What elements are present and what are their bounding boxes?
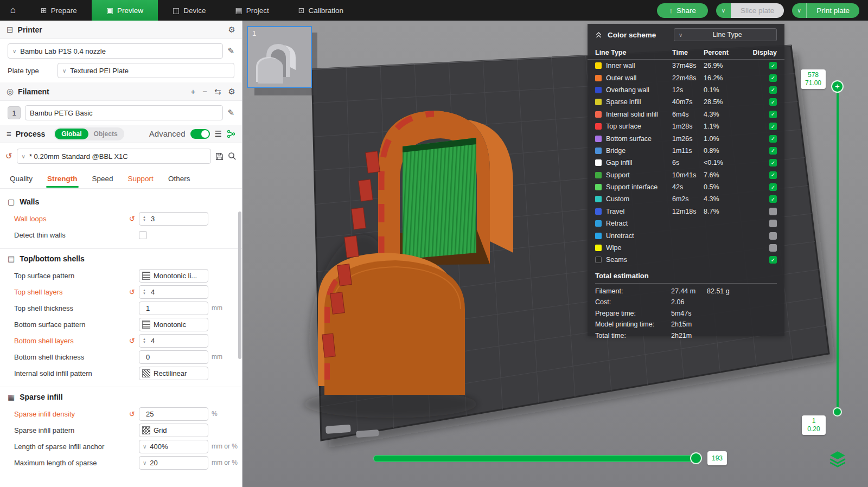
display-checkbox[interactable] xyxy=(769,220,777,227)
tab-device[interactable]: ◫Device xyxy=(158,0,221,21)
layer-slider-bottom-handle[interactable] xyxy=(833,407,842,416)
sidebar-scrollbar[interactable] xyxy=(238,212,241,359)
setting-value: Monotonic li... xyxy=(150,272,197,280)
home-button[interactable]: ⌂ xyxy=(0,0,26,21)
display-checkbox[interactable]: ✓ xyxy=(769,147,777,155)
line-type-name: Gap infill xyxy=(606,159,672,166)
top-shell-layers-spinner[interactable]: ▴▾4 xyxy=(139,285,208,299)
add-layer-marker-button[interactable]: + xyxy=(831,80,844,93)
layers-stack-icon[interactable] xyxy=(828,449,847,471)
print-plate-main-button[interactable]: Print plate xyxy=(807,3,859,18)
tab-project[interactable]: ▤Project xyxy=(221,0,284,21)
filament-slot-badge[interactable]: 1 xyxy=(8,106,21,119)
legend-row: Bridge1m11s0.8%✓ xyxy=(588,145,784,157)
plate-thumbnail[interactable]: 1 xyxy=(247,26,312,88)
setting-row: Sparse infill patternGrid xyxy=(0,422,242,438)
bottom-surface-pattern-select[interactable]: Monotonic xyxy=(139,318,208,331)
reset-icon[interactable]: ↺ xyxy=(129,215,139,223)
save-preset-icon[interactable] xyxy=(215,152,224,161)
wall-loops-spinner[interactable]: ▴▾3 xyxy=(139,212,208,226)
display-checkbox[interactable]: ✓ xyxy=(769,123,777,130)
display-checkbox[interactable]: ✓ xyxy=(769,135,777,143)
setting-label: Internal solid infill pattern xyxy=(14,369,129,377)
display-checkbox[interactable]: ✓ xyxy=(769,111,777,118)
printer-settings-gear-icon[interactable]: ⚙ xyxy=(228,25,235,35)
line-type-percent: 26.9% xyxy=(704,62,743,69)
reset-process-icon[interactable]: ↺ xyxy=(5,151,12,161)
objects-tree-icon[interactable] xyxy=(227,130,235,138)
sparse-infill-density-input[interactable]: 25 xyxy=(139,407,208,421)
add-filament-icon[interactable]: + xyxy=(190,87,195,96)
printer-preset-select[interactable]: ∨ Bambu Lab P1S 0.4 nozzle xyxy=(8,43,223,59)
tab-calibration[interactable]: ⊡Calibration xyxy=(284,0,358,21)
ams-icon[interactable]: ⇆ xyxy=(214,87,221,97)
remove-filament-icon[interactable]: − xyxy=(202,87,207,96)
display-checkbox[interactable]: ✓ xyxy=(769,86,777,94)
internal-solid-infill-pattern-select[interactable]: Rectilinear xyxy=(139,367,208,380)
color-scheme-panel: Color scheme ∨ Line Type Line Type Time … xyxy=(588,24,784,336)
display-checkbox[interactable]: ✓ xyxy=(769,195,777,203)
line-type-color-swatch xyxy=(595,75,602,81)
col-time: Time xyxy=(672,49,704,56)
color-scheme-select[interactable]: ∨ Line Type xyxy=(674,28,777,41)
edit-printer-preset-icon[interactable]: ✎ xyxy=(227,46,234,56)
move-slider-track[interactable] xyxy=(373,455,701,462)
move-slider-handle[interactable] xyxy=(690,452,702,464)
spinner-arrows-icon[interactable]: ▴▾ xyxy=(139,337,148,344)
reset-icon[interactable]: ↺ xyxy=(129,288,139,296)
display-checkbox[interactable]: ✓ xyxy=(769,62,777,69)
share-button[interactable]: ↑ Share xyxy=(657,3,708,18)
process-preset-select[interactable]: ∨ * 0.20mm Standard @BBL X1C xyxy=(17,149,211,164)
process-tab-quality[interactable]: Quality xyxy=(10,175,33,183)
filament-settings-gear-icon[interactable]: ⚙ xyxy=(228,87,235,97)
process-preset-value: * 0.20mm Standard @BBL X1C xyxy=(29,152,128,161)
bottom-shell-layers-spinner[interactable]: ▴▾4 xyxy=(139,334,208,348)
legend-row: Retract xyxy=(588,217,784,229)
maximum-length-of-sparse-select[interactable]: ∨20 xyxy=(139,456,208,470)
tab-preview[interactable]: ▣Preview xyxy=(92,0,158,21)
reset-icon[interactable]: ↺ xyxy=(129,337,139,345)
tab-prepare[interactable]: ⊞Prepare xyxy=(26,0,92,21)
line-type-name: Inner wall xyxy=(606,62,672,69)
setting-label: Length of sparse infill anchor xyxy=(14,443,129,451)
display-checkbox[interactable]: ✓ xyxy=(769,74,777,82)
scope-global-button[interactable]: Global xyxy=(55,129,88,139)
edit-filament-preset-icon[interactable]: ✎ xyxy=(227,108,234,118)
share-icon: ↑ xyxy=(669,7,673,15)
advanced-toggle[interactable] xyxy=(190,129,210,139)
process-tab-speed[interactable]: Speed xyxy=(92,175,113,183)
search-icon[interactable] xyxy=(228,152,237,161)
display-checkbox[interactable]: ✓ xyxy=(769,171,777,179)
spinner-arrows-icon[interactable]: ▴▾ xyxy=(139,215,148,222)
display-checkbox[interactable] xyxy=(769,208,777,215)
reset-icon[interactable]: ↺ xyxy=(129,410,139,418)
print-dropdown-button[interactable]: ∨ xyxy=(792,3,807,18)
settings-list-icon[interactable]: ☰ xyxy=(215,129,222,139)
process-tab-strength[interactable]: Strength xyxy=(47,175,78,183)
sparse-infill-pattern-select[interactable]: Grid xyxy=(139,424,208,437)
slice-dropdown-button[interactable]: ∨ xyxy=(716,3,731,18)
plate-type-select[interactable]: ∨ Textured PEI Plate xyxy=(58,63,234,78)
slice-plate-main-button[interactable]: Slice plate xyxy=(731,3,784,18)
display-checkbox[interactable]: ✓ xyxy=(769,159,777,166)
layer-slider-track[interactable] xyxy=(837,92,839,410)
length-of-sparse-infill-anchor-select[interactable]: ∨400% xyxy=(139,440,208,453)
filament-preset-select[interactable]: Bambu PETG Basic xyxy=(25,105,223,120)
scope-objects-button[interactable]: Objects xyxy=(88,130,123,138)
display-checkbox[interactable] xyxy=(769,244,777,252)
display-checkbox[interactable]: ✓ xyxy=(769,256,777,264)
top-surface-pattern-select[interactable]: Monotonic li... xyxy=(139,269,208,283)
spinner-arrows-icon[interactable]: ▴▾ xyxy=(139,289,148,295)
display-checkbox[interactable]: ✓ xyxy=(769,183,777,191)
bottom-shell-thickness-input[interactable]: 0 xyxy=(139,350,208,364)
color-scheme-value: Line Type xyxy=(713,31,742,39)
process-tab-support[interactable]: Support xyxy=(128,175,154,183)
display-checkbox[interactable]: ✓ xyxy=(769,98,777,106)
process-tab-others[interactable]: Others xyxy=(168,175,190,183)
detect-thin-walls-checkbox[interactable] xyxy=(139,231,147,239)
display-checkbox[interactable] xyxy=(769,232,777,240)
top-shell-thickness-input[interactable]: 1 xyxy=(139,302,208,315)
line-type-color-swatch xyxy=(595,148,602,154)
collapse-panel-icon[interactable] xyxy=(595,31,602,39)
line-type-time: 1m28s xyxy=(672,123,704,130)
